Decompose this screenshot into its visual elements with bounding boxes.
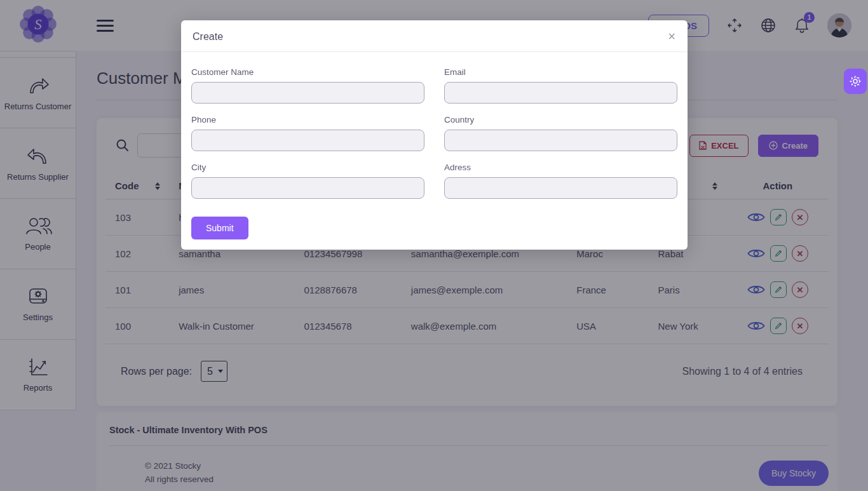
country-field[interactable] [444, 130, 677, 151]
modal-close-button[interactable]: ✕ [668, 30, 676, 43]
gear-icon [849, 75, 862, 88]
create-customer-modal: Create ✕ Customer Name Email Phone Count… [181, 20, 688, 250]
close-icon: ✕ [668, 31, 676, 42]
email-label: Email [444, 67, 677, 77]
phone-label: Phone [191, 115, 424, 124]
modal-title: Create [193, 31, 223, 43]
address-label: Adress [444, 163, 677, 172]
theme-customizer-button[interactable] [844, 69, 867, 94]
country-label: Country [444, 115, 677, 124]
address-field[interactable] [444, 177, 677, 199]
phone-field[interactable] [191, 130, 424, 151]
customer-name-label: Customer Name [191, 67, 424, 77]
city-label: City [191, 163, 424, 172]
city-field[interactable] [191, 177, 424, 199]
customer-name-field[interactable] [191, 82, 424, 104]
email-field[interactable] [444, 82, 677, 104]
submit-button[interactable]: Submit [191, 217, 248, 239]
